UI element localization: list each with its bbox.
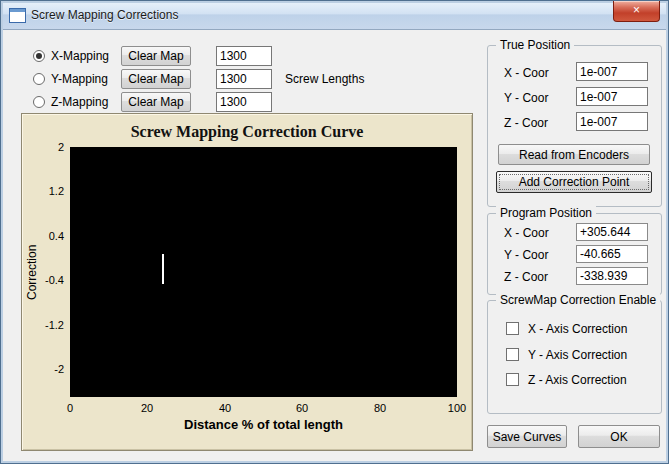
ok-button[interactable]: OK	[578, 425, 660, 448]
mapping-row: Z-Mapping Clear Map	[29, 91, 272, 113]
x-tick-label: 40	[219, 402, 231, 414]
coor-label: Z - Coor	[504, 270, 548, 284]
screw-length-input[interactable]	[216, 92, 272, 112]
app-icon	[9, 8, 26, 23]
coor-label: Y - Coor	[504, 91, 548, 105]
mapping-row: Y-Mapping Clear Map	[29, 68, 272, 90]
checkbox-label[interactable]: X - Axis Correction	[528, 322, 627, 336]
program-x-value: +305.644	[576, 223, 648, 241]
program-position-title: Program Position	[496, 206, 596, 220]
coor-label: Y - Coor	[504, 248, 548, 262]
mapping-radio-label[interactable]: Z-Mapping	[51, 95, 121, 109]
clear-map-button[interactable]: Clear Map	[121, 69, 191, 89]
y-tick-label: -0.4	[28, 274, 64, 286]
radio-z-mapping[interactable]	[33, 96, 45, 108]
y-tick-label: 2	[28, 141, 64, 153]
checkbox-label[interactable]: Z - Axis Correction	[528, 373, 627, 387]
y-tick-label: 0.4	[28, 230, 64, 242]
x-axis-label: Distance % of total length	[70, 417, 457, 432]
x-tick-label: 0	[67, 402, 73, 414]
plot-area	[70, 147, 457, 397]
save-curves-button[interactable]: Save Curves	[487, 425, 567, 448]
true-position-z-input[interactable]	[576, 112, 648, 131]
y-tick-label: 1.2	[28, 185, 64, 197]
program-y-value: -40.665	[576, 245, 648, 263]
clear-map-button[interactable]: Clear Map	[121, 46, 191, 66]
mapping-radio-label[interactable]: X-Mapping	[51, 49, 121, 63]
x-tick-label: 20	[141, 402, 153, 414]
screw-length-input[interactable]	[216, 69, 272, 89]
dialog-window: Screw Mapping Corrections × X-Mapping Cl…	[0, 0, 669, 464]
x-tick-label: 60	[296, 402, 308, 414]
correction-curve-panel: Screw Mapping Correction Curve Correctio…	[21, 113, 473, 451]
z-axis-correction-checkbox[interactable]	[506, 373, 519, 386]
x-tick-label: 100	[448, 402, 466, 414]
coor-label: Z - Coor	[504, 116, 548, 130]
true-position-y-input[interactable]	[576, 87, 648, 106]
title-bar[interactable]: Screw Mapping Corrections	[1, 1, 668, 30]
program-position-group: Program Position X - Coor +305.644 Y - C…	[487, 213, 662, 295]
close-icon: ×	[633, 3, 640, 17]
coor-label: X - Coor	[504, 226, 549, 240]
true-position-title: True Position	[496, 38, 574, 52]
screw-lengths-label: Screw Lengths	[285, 72, 364, 86]
x-axis-correction-checkbox[interactable]	[506, 322, 519, 335]
mapping-row: X-Mapping Clear Map	[29, 45, 272, 67]
screw-length-input[interactable]	[216, 46, 272, 66]
read-from-encoders-button[interactable]: Read from Encoders	[498, 144, 650, 165]
checkbox-label[interactable]: Y - Axis Correction	[528, 348, 627, 362]
true-position-x-input[interactable]	[576, 62, 648, 81]
radio-y-mapping[interactable]	[33, 73, 45, 85]
true-position-group: True Position X - Coor Y - Coor Z - Coor…	[487, 45, 662, 207]
chart-title: Screw Mapping Correction Curve	[22, 123, 472, 141]
radio-x-mapping[interactable]	[33, 50, 45, 62]
clear-map-button[interactable]: Clear Map	[121, 92, 191, 112]
add-correction-point-button[interactable]: Add Correction Point	[496, 171, 652, 193]
screwmap-enable-group: ScrewMap Correction Enable X - Axis Corr…	[487, 300, 662, 414]
y-tick-label: -1.2	[28, 319, 64, 331]
cursor-marker	[162, 254, 164, 284]
x-tick-label: 80	[374, 402, 386, 414]
mapping-radio-label[interactable]: Y-Mapping	[51, 72, 121, 86]
y-axis-correction-checkbox[interactable]	[506, 348, 519, 361]
y-tick-label: -2	[28, 363, 64, 375]
screwmap-enable-title: ScrewMap Correction Enable	[496, 293, 660, 307]
program-z-value: -338.939	[576, 267, 648, 285]
window-title: Screw Mapping Corrections	[31, 1, 178, 28]
coor-label: X - Coor	[504, 66, 549, 80]
close-button[interactable]: ×	[613, 1, 660, 22]
